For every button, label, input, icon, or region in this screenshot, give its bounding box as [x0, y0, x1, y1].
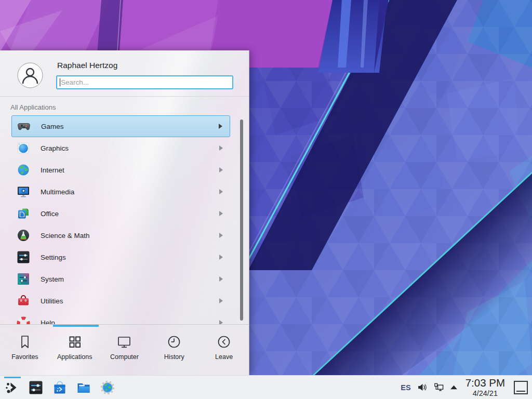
network-icon[interactable]: [433, 382, 444, 393]
category-label: Office: [41, 210, 59, 218]
system-settings-button[interactable]: [28, 380, 44, 395]
category-settings[interactable]: Settings: [0, 246, 249, 268]
discover-icon: [52, 380, 68, 395]
clock-date: 4/24/21: [466, 390, 505, 397]
application-launcher-menu: Raphael Hertzog All Applications Games: [0, 50, 249, 375]
category-system[interactable]: System: [0, 268, 249, 290]
submenu-arrow-icon: [219, 189, 223, 194]
submenu-arrow-icon: [219, 276, 223, 282]
file-manager-button[interactable]: [76, 380, 91, 395]
system-tray: ES 7:03 PM 4/24/21: [401, 378, 532, 397]
utilities-icon: [17, 294, 30, 308]
category-label: Graphics: [41, 144, 69, 152]
category-help[interactable]: Help: [0, 312, 249, 324]
submenu-arrow-icon: [219, 167, 223, 172]
category-label: Utilities: [41, 297, 63, 305]
category-label: Games: [41, 123, 64, 130]
multimedia-icon: [17, 185, 30, 198]
submenu-arrow-icon: [219, 320, 223, 324]
submenu-arrow-icon: [219, 298, 223, 303]
system-settings-icon: [28, 380, 44, 395]
graphics-icon: [17, 141, 30, 155]
category-multimedia[interactable]: Multimedia: [0, 181, 249, 203]
category-label: Multimedia: [41, 188, 74, 196]
taskbar-panel: ES 7:03 PM 4/24/21: [0, 375, 532, 399]
tab-favorites[interactable]: Favorites: [0, 325, 50, 375]
leave-icon: [217, 335, 231, 349]
category-internet[interactable]: Internet: [0, 159, 249, 181]
category-science-math[interactable]: Science & Math: [0, 224, 249, 246]
search-input[interactable]: [56, 75, 233, 89]
category-label: Internet: [41, 166, 64, 174]
category-office[interactable]: Office: [0, 203, 249, 224]
science-icon: [17, 229, 30, 242]
list-scrollbar[interactable]: [240, 119, 243, 321]
tab-computer[interactable]: Computer: [100, 325, 150, 375]
volume-icon[interactable]: [417, 382, 428, 393]
header-divider: [0, 96, 249, 97]
active-tab-indicator: [53, 325, 99, 327]
category-label: System: [41, 275, 64, 283]
submenu-arrow-icon: [219, 255, 223, 260]
applications-icon: [68, 335, 82, 349]
help-icon: [17, 316, 30, 324]
settings-icon: [17, 250, 30, 264]
favorites-icon: [18, 335, 32, 349]
kde-launcher-button[interactable]: [4, 380, 20, 395]
tab-label: Computer: [110, 353, 139, 361]
file-manager-icon: [76, 380, 91, 395]
office-icon: [17, 207, 30, 220]
konqueror-button[interactable]: [100, 380, 115, 395]
task-launchers: [0, 380, 115, 395]
user-avatar-icon[interactable]: [17, 62, 43, 88]
konqueror-icon: [100, 380, 115, 395]
tab-history[interactable]: History: [149, 325, 199, 375]
category-label: Settings: [41, 254, 66, 261]
section-label: All Applications: [10, 103, 56, 111]
active-task-indicator: [4, 377, 21, 378]
submenu-arrow-icon: [219, 211, 223, 216]
launcher-tab-bar: Favorites Applications Computer: [0, 324, 249, 375]
kde-launcher-icon: [4, 380, 20, 395]
discover-button[interactable]: [52, 380, 68, 395]
games-icon: [17, 119, 31, 133]
internet-icon: [17, 163, 30, 177]
category-list: Games Graphics: [0, 115, 249, 324]
computer-icon: [117, 335, 131, 349]
tab-label: Favorites: [11, 353, 38, 361]
keyboard-layout-indicator[interactable]: ES: [401, 383, 410, 392]
submenu-arrow-icon: [219, 124, 222, 129]
clock-time: 7:03 PM: [466, 378, 505, 389]
tab-label: Leave: [215, 353, 233, 361]
category-games[interactable]: Games: [11, 115, 230, 137]
tab-leave[interactable]: Leave: [199, 325, 249, 375]
tab-applications[interactable]: Applications: [50, 325, 100, 375]
desktop: Raphael Hertzog All Applications Games: [0, 0, 532, 399]
text-cursor: [60, 78, 60, 86]
category-label: Help: [41, 319, 55, 325]
category-utilities[interactable]: Utilities: [0, 290, 249, 312]
digital-clock[interactable]: 7:03 PM 4/24/21: [466, 378, 505, 397]
user-name: Raphael Hertzog: [57, 61, 117, 70]
category-graphics[interactable]: Graphics: [0, 137, 249, 159]
launcher-header: Raphael Hertzog: [0, 50, 249, 96]
submenu-arrow-icon: [219, 145, 223, 151]
submenu-arrow-icon: [219, 233, 223, 238]
history-icon: [167, 335, 181, 349]
tab-label: History: [164, 353, 184, 361]
system-icon: [17, 272, 30, 286]
tab-label: Applications: [57, 353, 92, 361]
show-desktop-button[interactable]: [514, 381, 528, 394]
category-label: Science & Math: [41, 232, 90, 240]
tray-expand-arrow-icon[interactable]: [450, 384, 458, 390]
